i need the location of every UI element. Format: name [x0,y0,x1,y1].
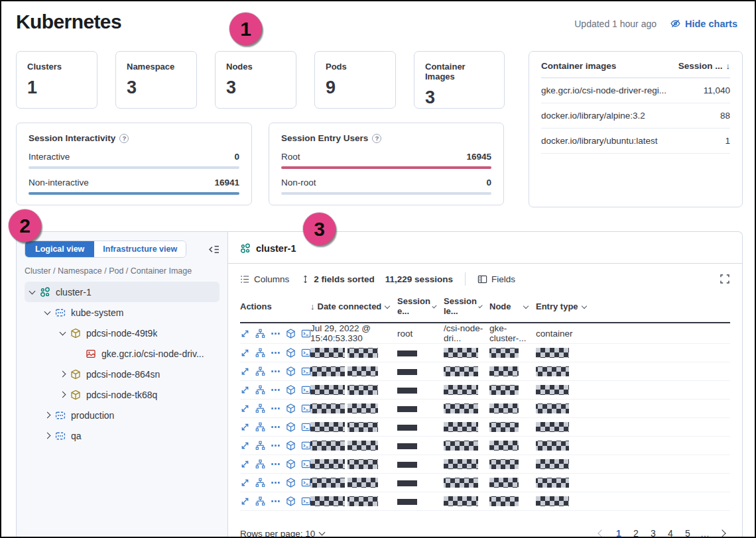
session-row-redacted[interactable] [240,437,730,455]
logical-view-button[interactable]: Logical view [25,241,94,257]
expand-icon[interactable] [240,496,250,506]
more-actions-icon[interactable] [271,404,281,413]
column-header-date-connected[interactable]: ↓ Date connected [310,292,397,323]
column-header-entry-type[interactable]: Entry type [536,292,594,323]
expand-icon[interactable] [240,459,250,469]
more-actions-icon[interactable] [271,422,281,432]
chevron-down-icon[interactable] [60,329,66,335]
analyze-event-icon[interactable] [255,478,265,488]
chevron-down-icon[interactable] [523,303,529,309]
tree-item-cluster-1[interactable]: cluster-1 [25,282,220,302]
analyze-event-icon[interactable] [255,422,265,432]
analyze-event-icon[interactable] [255,366,265,376]
terminal-icon[interactable] [301,404,311,413]
next-page-button[interactable] [714,525,730,537]
session-row-redacted[interactable] [240,362,730,381]
cube-icon[interactable] [286,422,296,432]
expand-icon[interactable] [240,348,250,358]
terminal-icon[interactable] [301,385,311,395]
tree-item-production[interactable]: production [25,405,220,425]
analyze-event-icon[interactable] [255,496,265,506]
columns-button[interactable]: Columns [240,274,289,284]
column-header-session-le-[interactable]: Session le... [444,292,489,323]
more-actions-icon[interactable] [271,496,281,506]
page-button-1[interactable]: 1 [611,525,627,537]
more-actions-icon[interactable] [271,385,281,395]
expand-icon[interactable] [240,329,250,339]
previous-page-button[interactable] [594,525,609,537]
sessions-column-header[interactable]: Session ... ↓ [678,61,730,71]
more-actions-icon[interactable] [271,478,281,488]
analyze-event-icon[interactable] [255,404,265,413]
session-row-redacted[interactable] [240,400,730,418]
session-row-redacted[interactable] [240,474,730,492]
session-row-redacted[interactable] [240,455,730,474]
fields-button[interactable]: Fields [477,274,515,284]
chevron-right-icon[interactable] [44,433,51,439]
analyze-event-icon[interactable] [255,348,265,358]
expand-icon[interactable] [240,441,250,451]
infrastructure-view-button[interactable]: Infrastructure view [94,241,186,257]
terminal-icon[interactable] [301,422,311,432]
session-row-redacted[interactable] [240,344,730,362]
analyze-event-icon[interactable] [255,441,265,451]
analyze-event-icon[interactable] [255,385,265,395]
terminal-icon[interactable] [301,496,311,506]
expand-icon[interactable] [240,422,250,432]
cube-icon[interactable] [286,385,296,395]
cube-icon[interactable] [286,459,296,469]
chevron-down-icon[interactable] [385,303,390,309]
terminal-icon[interactable] [301,329,311,339]
more-actions-icon[interactable] [271,441,281,451]
analyze-event-icon[interactable] [255,329,265,339]
expand-icon[interactable] [240,385,250,395]
page-button-2[interactable]: 2 [628,525,644,537]
column-header-session-e-[interactable]: Session e... [397,292,444,323]
help-icon[interactable]: ? [372,134,381,143]
chevron-down-icon[interactable] [44,308,51,315]
expand-icon[interactable] [240,404,250,413]
cube-icon[interactable] [286,404,296,413]
more-actions-icon[interactable] [271,348,281,358]
hide-charts-button[interactable]: Hide charts [670,18,737,29]
fullscreen-icon[interactable] [720,274,730,284]
analyze-event-icon[interactable] [255,459,265,469]
cube-icon[interactable] [286,496,296,506]
cube-icon[interactable] [286,366,296,376]
collapse-panel-icon[interactable] [208,244,220,255]
terminal-icon[interactable] [301,348,311,358]
chevron-right-icon[interactable] [44,412,51,419]
more-actions-icon[interactable] [271,459,281,469]
chevron-down-icon[interactable] [432,303,436,308]
tree-item-pdcsi-node-864sn[interactable]: pdcsi-node-864sn [25,364,220,384]
chevron-down-icon[interactable] [478,304,482,308]
rows-per-page-selector[interactable]: Rows per page: 10 [240,529,324,537]
session-row-redacted[interactable] [240,492,730,511]
session-row[interactable]: Jul 29, 2022 @ 15:40:53.330 root /csi-no… [240,323,730,344]
help-icon[interactable]: ? [119,134,129,143]
session-row-redacted[interactable] [240,418,730,437]
page-button-3[interactable]: 3 [645,525,661,537]
chevron-down-icon[interactable] [29,288,36,294]
chevron-right-icon[interactable] [60,371,66,378]
session-row-redacted[interactable] [240,381,730,400]
chevron-down-icon[interactable] [582,303,587,309]
terminal-icon[interactable] [301,366,311,376]
cube-icon[interactable] [286,441,296,451]
column-header-node[interactable]: Node [489,292,536,323]
expand-icon[interactable] [240,366,250,376]
tree-item-gke-gcr-io-csi-node-driv-[interactable]: gke.gcr.io/csi-node-driv... [25,343,220,364]
expand-icon[interactable] [240,478,250,488]
chevron-right-icon[interactable] [60,392,66,398]
cube-icon[interactable] [286,329,296,339]
container-images-column-header[interactable]: Container images [541,61,616,71]
tree-item-kube-system[interactable]: kube-system [25,302,220,323]
cube-icon[interactable] [286,348,296,358]
page-button-5[interactable]: 5 [680,525,696,537]
sort-fields-button[interactable]: 2 fields sorted [301,274,375,284]
tree-item-pdcsi-node-49t9k[interactable]: pdcsi-node-49t9k [25,323,220,343]
page-button-4[interactable]: 4 [662,525,678,537]
terminal-icon[interactable] [301,441,311,451]
more-actions-icon[interactable] [271,329,281,339]
cube-icon[interactable] [286,478,296,488]
